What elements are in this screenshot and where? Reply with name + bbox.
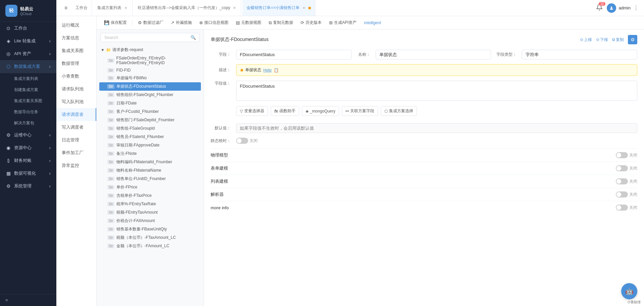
sidebar-item-ops[interactable]: ⚙ 运维中心 ∨ xyxy=(0,129,56,141)
nav-item-data-mgmt[interactable]: 数据管理 xyxy=(56,57,96,70)
tab-jindi[interactable]: 金蝶销售订单=>小满销售订单 ✕ xyxy=(243,0,315,16)
sidebar-expand-icon[interactable]: ≡ xyxy=(5,298,8,303)
nav-item-xiao-query[interactable]: 小青查数 xyxy=(56,70,96,83)
tree-item-FBillNo[interactable]: Str 单据编号-FBillNo xyxy=(99,74,201,82)
sidebar-item-resources[interactable]: ◉ 资源中心 ∨ xyxy=(0,141,56,154)
nav-item-log-mgmt[interactable]: 日志管理 xyxy=(56,134,96,146)
nav-item-write-queue[interactable]: 写入队列池 xyxy=(56,95,96,108)
tab-close-wangdian[interactable]: ✕ xyxy=(232,6,237,10)
meta-view-button[interactable]: ▤ 元数据视图 xyxy=(232,18,265,27)
tab-close-jindi[interactable]: ✕ xyxy=(302,6,306,10)
assistant-bot[interactable]: 🤖 xyxy=(621,283,637,299)
sidebar-logo[interactable]: 轻 轻易云 QCloud xyxy=(0,0,56,22)
nav-item-integration-view[interactable]: 集成关系图 xyxy=(56,44,96,57)
tree-item-FDate[interactable]: Str 日期-FDate xyxy=(99,99,201,107)
tree-item-FSaleOrgId[interactable]: Str 销售组织-FSaleOrgId_FNumber xyxy=(99,91,201,99)
tree-item-FSaleDeptId[interactable]: Str 销售部门-FSaleDeptId_Fnumber xyxy=(99,116,201,124)
toggle-physical[interactable]: 关闭 xyxy=(616,152,637,158)
sidebar-item-api[interactable]: ◎ API 资产 ∨ xyxy=(0,47,56,60)
tab-close-integration-list[interactable]: ✕ xyxy=(123,6,128,10)
nav-item-write-dispatcher[interactable]: 写入调度者 xyxy=(56,121,96,134)
toggle-more[interactable]: 关闭 xyxy=(616,205,637,211)
tree-item-FMaterialId[interactable]: Str 物料编码-FMaterialId_Fnumber xyxy=(99,158,201,166)
static-map-toggle[interactable]: 关闭 xyxy=(236,138,258,144)
toggle-form[interactable]: 关闭 xyxy=(616,165,637,171)
section-more-label: more info xyxy=(211,205,229,210)
nav-item-overview[interactable]: 运行概况 xyxy=(56,19,96,32)
toggle-list[interactable]: 关闭 xyxy=(616,178,637,184)
tree-item-FID[interactable]: Str FID-FID xyxy=(99,67,201,74)
more-icon[interactable]: ⋮ xyxy=(633,5,639,11)
notification-button[interactable]: 10 xyxy=(595,3,604,13)
tree-item-FSaleGroupId[interactable]: Str 销售组-FSaleGroupId xyxy=(99,124,201,133)
gen-api-button[interactable]: ⊞ 生成API资产 xyxy=(326,18,360,27)
tree-item-FNote[interactable]: Str 备注-FNote xyxy=(99,149,201,158)
toggle-switch-static[interactable] xyxy=(236,138,248,144)
tree-item-FSalerId[interactable]: Str 销售员-FSalerId_FNumber xyxy=(99,133,201,141)
sidebar-item-integration-relation[interactable]: 集成方案关系图 xyxy=(0,95,56,106)
copy-action[interactable]: ⧉ 复制 xyxy=(612,37,624,43)
sidebar-item-data-integration[interactable]: ⬡ 数据集成方案 ∧ xyxy=(0,60,56,73)
fill-missing-button[interactable]: ↗ 补漏措施 xyxy=(167,18,195,27)
tab-integration-list[interactable]: 集成方案列表 ✕ xyxy=(93,0,132,16)
integration-select-button[interactable]: ⬡ 集成方案选择 xyxy=(381,106,417,116)
tree-item-FBaseUnitQty[interactable]: Str 销售基本数量-FBaseUnitQty xyxy=(99,225,201,233)
menu-icon[interactable]: ≡ xyxy=(62,4,70,12)
tree-item-FMaterialName[interactable]: Str 物料名称-FMaterialName xyxy=(99,166,201,175)
link-field-button[interactable]: ⚯ 关联方案字段 xyxy=(342,106,378,116)
sidebar-item-integration-list[interactable]: 集成方案列表 xyxy=(0,73,56,84)
nav-item-anomaly-monitor[interactable]: 异常监控 xyxy=(56,159,96,172)
field-id-input[interactable] xyxy=(236,50,352,59)
sidebar-item-finance[interactable]: ₿ 财务对账 ∨ xyxy=(0,154,56,167)
nav-item-request-queue[interactable]: 请求队列池 xyxy=(56,83,96,95)
sidebar-item-create-integration[interactable]: 创建集成方案 xyxy=(0,84,56,95)
tree-folder[interactable]: ▼ 📁 请求参数-request xyxy=(99,45,201,54)
tree-item-FEntryTaxRate[interactable]: Str 税率%-FEntryTaxRate xyxy=(99,200,201,208)
tree-item-FEntryTaxAmount[interactable]: Str 税额-FEntryTaxAmount xyxy=(99,208,201,217)
desc-edit-icon[interactable]: 📋 xyxy=(274,68,279,73)
tree-item-FSaleOrderEntry[interactable]: Str FSaleOrderEntry_FEntryID-FSaleOrderE… xyxy=(99,54,201,67)
api-info-button[interactable]: ⊕ 接口信息视图 xyxy=(196,18,232,27)
data-filter-button[interactable]: ⚙ 数据过滤厂 xyxy=(135,18,167,27)
search-input[interactable] xyxy=(104,35,189,40)
copy-meta-button[interactable]: ⧉ 复制元数据 xyxy=(265,18,297,27)
var-selector-button[interactable]: ▽ 变量选择器 xyxy=(236,106,268,116)
tree-item-FUnitId[interactable]: Str 销售单位-FUnitID_Fnumber xyxy=(99,175,201,183)
tree-item-FTaxAmount-LC[interactable]: Str 税额（本位币）-FTaxAmount_LC xyxy=(99,233,201,242)
field-name-input[interactable] xyxy=(376,50,491,59)
field-value-area[interactable]: FDocumentStatus xyxy=(236,81,637,101)
sidebar-item-system[interactable]: ⚙ 系统管理 ∨ xyxy=(0,180,56,192)
sidebar-item-data-viz[interactable]: ▦ 数据可视化 ∨ xyxy=(0,167,56,180)
tree-item-FDocumentStatus[interactable]: Str 单据状态-FDocumentStatus xyxy=(99,82,201,91)
history-button[interactable]: ⟳ 历史版本 xyxy=(297,18,325,27)
nav-item-plan-info[interactable]: 方案信息 xyxy=(56,32,96,44)
sidebar-item-data-export[interactable]: 数据导出任务 xyxy=(0,106,56,118)
default-value-input[interactable] xyxy=(236,123,637,133)
tab-workbench[interactable]: 工作台 xyxy=(71,0,92,16)
func-helper-button[interactable]: fx 函数助手 xyxy=(271,106,299,116)
user-avatar[interactable] xyxy=(607,3,616,13)
tree-item-FTaxPrice[interactable]: Str 含税单价-FTaxPrice xyxy=(99,191,201,200)
tree-item-FApproveDate[interactable]: Str 审核日期-FApproveDate xyxy=(99,141,201,149)
tree-item-FCustId[interactable]: Str 客户-FCustId_FNumber xyxy=(99,107,201,116)
sidebar-item-workbench[interactable]: ⊙ 工作台 xyxy=(0,22,56,35)
tab-wangdian[interactable]: 旺店通销售出库-->金蝶采购入库（一件代发）_copy ✕ xyxy=(134,0,241,16)
gear-settings-button[interactable]: ⚙ xyxy=(628,35,637,44)
sidebar-item-lite[interactable]: ◈ Lite 轻集成 ∨ xyxy=(0,35,56,47)
down-action[interactable]: ⊙ 下移 xyxy=(596,37,608,43)
user-name[interactable]: admin xyxy=(619,5,631,10)
tree-item-FAmount-LC[interactable]: Str 金额（本位币）-FAmount_LC xyxy=(99,242,201,250)
intelligent-button[interactable]: intelligent xyxy=(361,19,384,27)
toggle-parser[interactable]: 关闭 xyxy=(616,191,637,198)
sidebar-item-solution-package[interactable]: 解决方案包 xyxy=(0,118,56,129)
nav-item-request-dispatcher[interactable]: 请求调度者 xyxy=(56,108,96,121)
save-config-button[interactable]: 💾 保存配置 xyxy=(101,18,130,27)
field-type-select[interactable]: 字符串 数字 布尔 xyxy=(522,50,637,59)
tree-item-FPrice[interactable]: Str 单价-FPrice xyxy=(99,183,201,191)
search-input-wrap[interactable]: 🔍 xyxy=(101,33,200,42)
tree-item-FAIIAmount[interactable]: Str 价税合计-FAIIAmount xyxy=(99,217,201,225)
mongo-query-button[interactable]: ◈ _mongoQuery xyxy=(302,106,339,116)
help-link[interactable]: Help xyxy=(263,68,272,73)
nav-item-event-factory[interactable]: 事件加工厂 xyxy=(56,146,96,159)
up-action[interactable]: ⊙ 上移 xyxy=(580,37,592,43)
